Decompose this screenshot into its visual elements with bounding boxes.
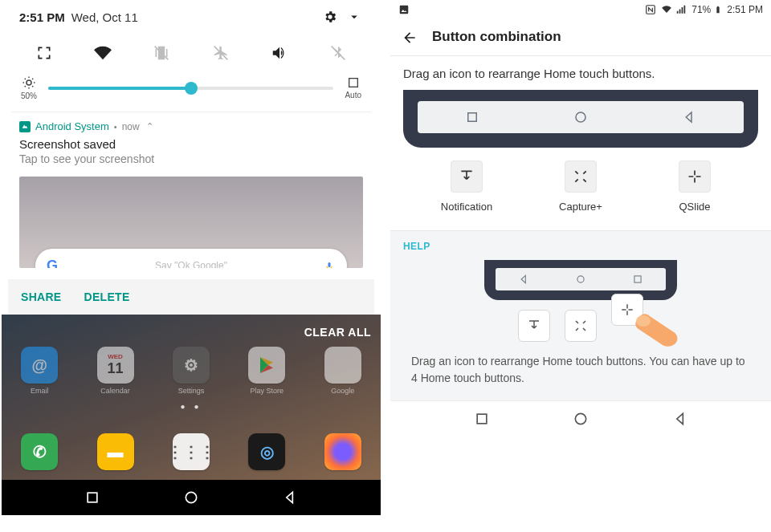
google-logo-icon: G <box>47 258 58 269</box>
auto-brightness-toggle[interactable]: Auto <box>345 76 361 99</box>
battery-pct: 71% <box>691 4 711 15</box>
svg-point-8 <box>577 276 584 282</box>
mock-navbar-preview <box>403 90 758 148</box>
notif-actions: SHARE DELETE <box>8 279 374 315</box>
status-bar: 2:51 PM Wed, Oct 11 <box>8 0 374 34</box>
chevron-down-icon[interactable] <box>342 10 366 24</box>
button-options: Notification Capture+ QSlide <box>390 148 771 230</box>
bluetooth-off-icon[interactable] <box>322 37 354 69</box>
titlebar: Button combination <box>390 19 771 56</box>
brightness-slider[interactable] <box>48 87 333 90</box>
status-bar-2: 71% 2:51 PM <box>390 0 771 19</box>
brightness-pct: 50% <box>21 91 37 100</box>
wifi-icon[interactable] <box>87 37 119 69</box>
preview-back-icon[interactable] <box>682 110 696 124</box>
svg-rect-4 <box>400 6 409 14</box>
app-drawer[interactable]: ⋮⋮⋮ <box>169 433 213 470</box>
app-firefox[interactable] <box>321 433 365 470</box>
wifi-status-icon <box>661 4 672 16</box>
brightness-icon[interactable]: 50% <box>21 75 37 100</box>
notif-title: Screenshot saved <box>19 137 363 151</box>
svg-rect-1 <box>349 79 357 87</box>
svg-point-0 <box>27 80 31 85</box>
screenshot-preview[interactable]: G Say "Ok Google" <box>19 177 363 268</box>
nfc-icon <box>645 4 656 16</box>
instruction-text: Drag an icon to rearrange Home touch but… <box>390 56 771 90</box>
help-recent-icon <box>632 274 643 285</box>
status-time-2: 2:51 PM <box>727 4 763 15</box>
capture-plus-icon <box>573 169 589 185</box>
help-section: HELP Drag an icon to <box>390 230 771 400</box>
app-settings[interactable]: ⚙Settings <box>169 347 213 395</box>
android-system-icon <box>19 121 31 132</box>
svg-rect-2 <box>88 493 97 502</box>
app-google[interactable]: Google <box>321 347 365 395</box>
svg-point-12 <box>575 414 585 424</box>
signal-icon <box>675 4 687 16</box>
nav2-recent-icon[interactable] <box>474 411 490 427</box>
help-back-icon <box>518 274 529 285</box>
qslide-icon <box>687 169 703 185</box>
notif-collapse-icon[interactable]: ⌃ <box>146 121 153 132</box>
app-camera[interactable]: ◎ <box>245 433 288 470</box>
airplane-off-icon[interactable] <box>205 37 237 69</box>
help-notification-box <box>518 310 550 342</box>
delete-button[interactable]: DELETE <box>84 290 130 303</box>
brightness-row: 50% Auto <box>8 72 374 112</box>
expand-icon[interactable] <box>28 37 60 69</box>
help-home-icon <box>575 274 586 285</box>
notif-subtitle: Tap to see your screenshot <box>19 152 363 165</box>
capture-option[interactable]: Capture+ <box>545 160 617 213</box>
app-phone[interactable]: ✆ <box>18 433 61 470</box>
share-button[interactable]: SHARE <box>21 290 62 303</box>
volume-icon[interactable] <box>263 37 296 69</box>
page-title: Button combination <box>432 29 561 45</box>
app-email[interactable]: @Email <box>18 347 61 395</box>
preview-recent-icon[interactable] <box>465 110 479 124</box>
help-capture-box <box>565 310 597 342</box>
vibrate-off-icon[interactable] <box>145 37 177 69</box>
nav-home-icon[interactable] <box>183 489 199 506</box>
pointer-hand-icon <box>632 311 680 351</box>
google-search-bar: G Say "Ok Google" <box>35 249 347 268</box>
preview-home-icon[interactable] <box>573 110 588 124</box>
picture-icon <box>398 4 410 16</box>
clear-all-button[interactable]: CLEAR ALL <box>304 326 371 339</box>
nav-back-icon[interactable] <box>282 489 298 506</box>
auto-label: Auto <box>345 91 361 99</box>
notification-option[interactable]: Notification <box>430 160 503 213</box>
page-indicator: ● ● <box>2 402 381 411</box>
qslide-option[interactable]: QSlide <box>659 160 731 213</box>
search-hint: Say "Ok Google" <box>58 260 324 268</box>
svg-point-7 <box>576 112 585 122</box>
svg-rect-6 <box>467 113 476 122</box>
nav-bar <box>2 480 381 515</box>
svg-rect-9 <box>634 276 641 282</box>
app-messages[interactable]: ▬ <box>94 433 137 470</box>
notification-card[interactable]: Android System • now ⌃ Screenshot saved … <box>8 112 374 169</box>
svg-point-10 <box>636 315 651 327</box>
help-text: Drag an icon to rearrange Home touch but… <box>403 353 758 386</box>
svg-point-3 <box>186 492 196 502</box>
nav-recent-icon[interactable] <box>84 489 100 506</box>
svg-rect-11 <box>477 415 487 424</box>
home-screen: CLEAR ALL @Email WED11Calendar ⚙Settings… <box>2 315 381 515</box>
nav-bar-2 <box>390 400 771 437</box>
back-arrow-icon[interactable] <box>402 27 418 46</box>
help-mock-preview <box>484 260 677 300</box>
notification-pull-icon <box>459 169 475 185</box>
battery-icon <box>714 4 722 16</box>
notif-when: now <box>122 121 140 132</box>
notif-app: Android System <box>35 120 109 132</box>
home-dock: ✆ ▬ ⋮⋮⋮ ◎ <box>2 433 381 470</box>
nav2-back-icon[interactable] <box>672 411 688 427</box>
mic-icon <box>324 258 336 268</box>
settings-gear-icon[interactable] <box>318 10 342 24</box>
status-time: 2:51 PM <box>19 10 65 24</box>
nav2-home-icon[interactable] <box>573 411 589 427</box>
help-label: HELP <box>403 241 758 252</box>
app-calendar[interactable]: WED11Calendar <box>94 347 137 395</box>
app-playstore[interactable]: Play Store <box>245 347 288 395</box>
status-date: Wed, Oct 11 <box>71 10 138 24</box>
home-row-1: @Email WED11Calendar ⚙Settings Play Stor… <box>2 347 381 395</box>
